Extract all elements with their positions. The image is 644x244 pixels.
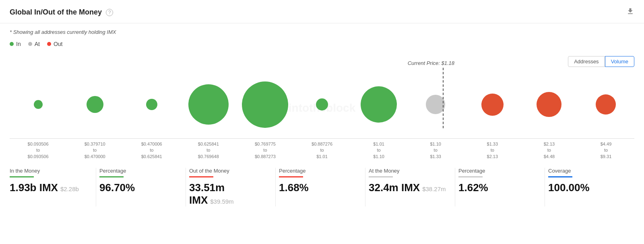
stat-out-underline [189,176,213,177]
x-label-2: $0.470006 to $0.625841 [123,141,180,160]
bubble-col-8 [464,72,521,137]
download-icon[interactable] [626,7,634,17]
stat-out-label: Out of the Money [189,168,269,174]
bubble-col-1 [66,72,123,137]
stat-out-pct-label: Percentage [279,168,359,174]
legend-at-label: At [35,41,40,47]
bubble-wrapper-3 [188,72,229,137]
x-label-3: $0.625841 to $0.769648 [180,141,237,160]
bubble-0[interactable] [34,100,43,109]
bubble-1[interactable] [87,96,103,113]
bubbles-container [10,56,634,137]
stat-coverage-label: Coverage [548,168,628,174]
bubble-col-5 [293,72,350,137]
stat-divider-5 [455,168,455,206]
stat-at-the-money: At the Money 32.4m IMX$38.27m [369,168,455,194]
stat-at-percentage: Percentage 1.62% [458,168,545,194]
header-left: Global In/Out of the Money ? [10,8,113,17]
legend-at-dot [28,42,32,46]
bubble-5[interactable] [316,98,328,111]
bubble-wrapper-10 [596,72,616,137]
bubble-wrapper-6 [361,72,397,137]
stat-in-pct-value: 96.70% [99,181,179,194]
stat-at-sub: $38.27m [422,186,446,192]
bubble-2[interactable] [146,99,157,110]
legend-in: In [10,41,21,47]
stat-at-underline [369,176,393,177]
bubble-wrapper-1 [87,72,103,137]
bubble-col-2 [123,72,180,137]
stat-at-pct-label: Percentage [458,168,538,174]
bubble-col-3 [180,72,237,137]
stat-divider-3 [275,168,276,206]
bubble-wrapper-5 [316,72,328,137]
stat-coverage-value: 100.00% [548,181,628,194]
x-label-9: $2.13 to $4.48 [521,141,578,160]
x-label-1: $0.379710 to $0.470000 [66,141,123,160]
legend-out: Out [47,41,63,47]
x-label-7: $1.10 to $1.33 [407,141,464,160]
x-label-8: $1.33 to $2.13 [464,141,521,160]
x-label-5: $0.887276 to $1.01 [293,141,350,160]
stat-out-pct-underline [279,176,303,177]
help-icon[interactable]: ? [106,9,113,16]
bubble-10[interactable] [596,94,616,115]
legend-out-label: Out [54,41,63,47]
legend-in-label: In [16,41,21,47]
bubble-3[interactable] [188,84,229,125]
bubble-col-4 [237,72,293,137]
stat-at-pct-underline [458,176,483,177]
bubble-wrapper-8 [481,72,504,137]
bubble-col-0 [10,72,66,137]
legend: In At Out [0,38,644,52]
stat-coverage-underline [548,176,572,177]
stat-in-underline [10,176,34,177]
stat-divider-4 [365,168,365,206]
x-labels: $0.093506 to $0.093506 $0.379710 to $0.4… [10,139,634,160]
stat-out-of-money: Out of the Money 33.51m IMX$39.59m [189,168,275,206]
stat-divider-6 [545,168,545,206]
stat-in-percentage: Percentage 96.70% [99,168,186,194]
page-header: Global In/Out of the Money ? [0,0,644,23]
x-label-10: $4.49 to $9.31 [578,141,634,160]
legend-in-dot [10,42,14,46]
stat-in-value: 1.93b IMX$2.28b [10,181,89,194]
bubble-col-10 [578,72,634,137]
x-label-0: $0.093506 to $0.093506 [10,141,66,160]
bubble-col-6 [351,72,407,137]
bubble-6[interactable] [361,86,397,123]
legend-at: At [28,41,40,47]
x-label-6: $1.01 to $1.10 [351,141,407,160]
bubble-wrapper-0 [34,72,43,137]
stat-out-sub: $39.59m [210,198,233,205]
stat-in-sub: $2.28b [60,186,79,192]
stat-at-pct-value: 1.62% [458,181,538,194]
bubble-wrapper-9 [537,72,561,137]
stat-at-value: 32.4m IMX$38.27m [369,181,448,194]
bubble-4[interactable] [242,81,288,128]
bubble-9[interactable] [537,92,561,117]
stats-section: In the Money 1.93b IMX$2.28b Percentage … [0,160,644,213]
subtitle-text: * Showing all addresses currently holdin… [0,23,644,38]
stat-divider-1 [96,168,96,206]
stat-out-percentage: Percentage 1.68% [279,168,365,194]
price-dotted-line [443,68,444,128]
stat-coverage: Coverage 100.00% [548,168,634,194]
chart-area: Addresses Volume Current Price: $1.18 in… [0,56,644,160]
bubble-wrapper-4 [242,72,288,137]
stat-at-label: At the Money [369,168,448,174]
stat-in-the-money: In the Money 1.93b IMX$2.28b [10,168,96,194]
stat-in-label: In the Money [10,168,89,174]
stat-out-pct-value: 1.68% [279,181,359,194]
legend-out-dot [47,42,51,46]
bubble-col-9 [521,72,578,137]
stat-divider-2 [186,168,186,206]
bubble-wrapper-2 [146,72,157,137]
stat-in-pct-underline [99,176,124,177]
page-title: Global In/Out of the Money [10,8,102,17]
bubble-8[interactable] [481,94,504,116]
x-label-4: $0.769775 to $0.887273 [237,141,293,160]
stat-out-value: 33.51m IMX$39.59m [189,181,269,206]
stat-in-pct-label: Percentage [99,168,179,174]
